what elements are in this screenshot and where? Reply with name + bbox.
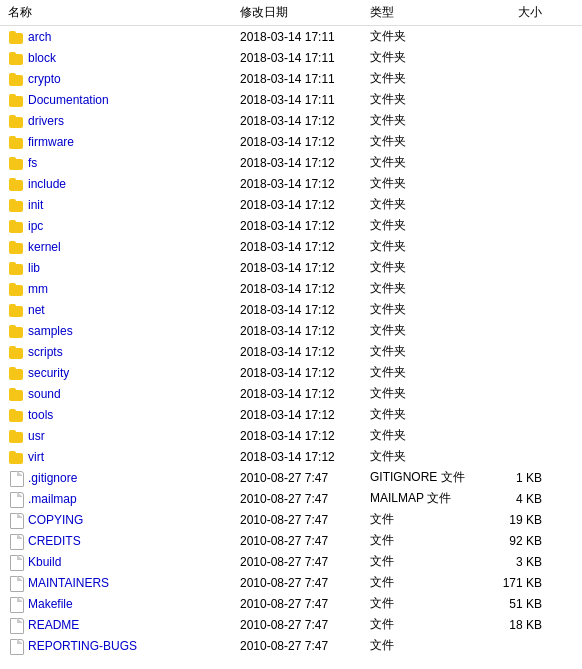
table-row[interactable]: block2018-03-14 17:11文件夹 <box>0 47 582 68</box>
folder-icon <box>8 302 24 318</box>
item-name: REPORTING-BUGS <box>28 639 137 653</box>
table-row[interactable]: COPYING2010-08-27 7:47文件19 KB <box>0 509 582 530</box>
table-row[interactable]: README2010-08-27 7:47文件18 KB <box>0 614 582 635</box>
table-row[interactable]: Makefile2010-08-27 7:47文件51 KB <box>0 593 582 614</box>
column-headers: 名称 修改日期 类型 大小 <box>0 0 582 26</box>
table-row[interactable]: virt2018-03-14 17:12文件夹 <box>0 446 582 467</box>
file-name-cell: README <box>0 617 240 633</box>
item-type: 文件夹 <box>370 238 480 255</box>
folder-icon <box>8 365 24 381</box>
table-row[interactable]: .gitignore2010-08-27 7:47GITIGNORE 文件1 K… <box>0 467 582 488</box>
item-type: MAILMAP 文件 <box>370 490 480 507</box>
file-name-cell: tools <box>0 407 240 423</box>
table-row[interactable]: drivers2018-03-14 17:12文件夹 <box>0 110 582 131</box>
table-row[interactable]: samples2018-03-14 17:12文件夹 <box>0 320 582 341</box>
item-name: fs <box>28 156 37 170</box>
header-type[interactable]: 类型 <box>370 4 480 21</box>
table-row[interactable]: scripts2018-03-14 17:12文件夹 <box>0 341 582 362</box>
table-row[interactable]: Documentation2018-03-14 17:11文件夹 <box>0 89 582 110</box>
folder-icon <box>8 176 24 192</box>
item-name: lib <box>28 261 40 275</box>
table-row[interactable]: firmware2018-03-14 17:12文件夹 <box>0 131 582 152</box>
item-size: 1 KB <box>480 471 550 485</box>
item-type: 文件 <box>370 637 480 654</box>
item-name: Documentation <box>28 93 109 107</box>
table-row[interactable]: fs2018-03-14 17:12文件夹 <box>0 152 582 173</box>
table-row[interactable]: lib2018-03-14 17:12文件夹 <box>0 257 582 278</box>
table-row[interactable]: REPORTING-BUGS2010-08-27 7:47文件 <box>0 635 582 656</box>
file-icon <box>8 533 24 549</box>
table-row[interactable]: kernel2018-03-14 17:12文件夹 <box>0 236 582 257</box>
item-date: 2010-08-27 7:47 <box>240 471 370 485</box>
table-row[interactable]: Kbuild2010-08-27 7:47文件3 KB <box>0 551 582 572</box>
folder-icon <box>8 281 24 297</box>
folder-icon <box>8 260 24 276</box>
header-size[interactable]: 大小 <box>480 4 550 21</box>
file-name-cell: REPORTING-BUGS <box>0 638 240 654</box>
item-date: 2018-03-14 17:12 <box>240 135 370 149</box>
item-name: arch <box>28 30 51 44</box>
table-row[interactable]: include2018-03-14 17:12文件夹 <box>0 173 582 194</box>
file-name-cell: .gitignore <box>0 470 240 486</box>
file-name-cell: scripts <box>0 344 240 360</box>
folder-icon <box>8 449 24 465</box>
table-row[interactable]: security2018-03-14 17:12文件夹 <box>0 362 582 383</box>
file-name-cell: .mailmap <box>0 491 240 507</box>
file-name-cell: security <box>0 365 240 381</box>
folder-icon <box>8 50 24 66</box>
header-date[interactable]: 修改日期 <box>240 4 370 21</box>
file-name-cell: kernel <box>0 239 240 255</box>
item-type: 文件 <box>370 511 480 528</box>
file-name-cell: lib <box>0 260 240 276</box>
item-date: 2018-03-14 17:12 <box>240 177 370 191</box>
item-name: security <box>28 366 69 380</box>
item-size: 92 KB <box>480 534 550 548</box>
folder-icon <box>8 92 24 108</box>
item-type: 文件夹 <box>370 217 480 234</box>
table-row[interactable]: net2018-03-14 17:12文件夹 <box>0 299 582 320</box>
table-row[interactable]: crypto2018-03-14 17:11文件夹 <box>0 68 582 89</box>
file-name-cell: Documentation <box>0 92 240 108</box>
item-date: 2018-03-14 17:12 <box>240 324 370 338</box>
folder-icon <box>8 428 24 444</box>
table-row[interactable]: ipc2018-03-14 17:12文件夹 <box>0 215 582 236</box>
item-name: README <box>28 618 79 632</box>
item-size: 51 KB <box>480 597 550 611</box>
item-date: 2018-03-14 17:12 <box>240 345 370 359</box>
file-explorer: 名称 修改日期 类型 大小 arch2018-03-14 17:11文件夹blo… <box>0 0 582 669</box>
folder-icon <box>8 323 24 339</box>
table-row[interactable]: mm2018-03-14 17:12文件夹 <box>0 278 582 299</box>
item-name: block <box>28 51 56 65</box>
item-date: 2010-08-27 7:47 <box>240 555 370 569</box>
item-date: 2010-08-27 7:47 <box>240 513 370 527</box>
item-name: usr <box>28 429 45 443</box>
item-date: 2010-08-27 7:47 <box>240 576 370 590</box>
folder-icon <box>8 113 24 129</box>
item-type: 文件夹 <box>370 280 480 297</box>
item-type: 文件夹 <box>370 112 480 129</box>
file-name-cell: fs <box>0 155 240 171</box>
item-type: 文件夹 <box>370 70 480 87</box>
item-type: 文件夹 <box>370 427 480 444</box>
item-type: GITIGNORE 文件 <box>370 469 480 486</box>
table-row[interactable]: CREDITS2010-08-27 7:47文件92 KB <box>0 530 582 551</box>
item-type: 文件夹 <box>370 154 480 171</box>
file-name-cell: init <box>0 197 240 213</box>
table-row[interactable]: arch2018-03-14 17:11文件夹 <box>0 26 582 47</box>
table-row[interactable]: MAINTAINERS2010-08-27 7:47文件171 KB <box>0 572 582 593</box>
table-row[interactable]: init2018-03-14 17:12文件夹 <box>0 194 582 215</box>
item-date: 2018-03-14 17:12 <box>240 261 370 275</box>
item-type: 文件夹 <box>370 406 480 423</box>
item-type: 文件夹 <box>370 343 480 360</box>
item-name: include <box>28 177 66 191</box>
table-row[interactable]: sound2018-03-14 17:12文件夹 <box>0 383 582 404</box>
file-name-cell: MAINTAINERS <box>0 575 240 591</box>
item-name: crypto <box>28 72 61 86</box>
item-date: 2018-03-14 17:12 <box>240 450 370 464</box>
item-date: 2018-03-14 17:12 <box>240 303 370 317</box>
table-row[interactable]: tools2018-03-14 17:12文件夹 <box>0 404 582 425</box>
table-row[interactable]: .mailmap2010-08-27 7:47MAILMAP 文件4 KB <box>0 488 582 509</box>
item-type: 文件 <box>370 616 480 633</box>
header-name[interactable]: 名称 <box>0 4 240 21</box>
table-row[interactable]: usr2018-03-14 17:12文件夹 <box>0 425 582 446</box>
